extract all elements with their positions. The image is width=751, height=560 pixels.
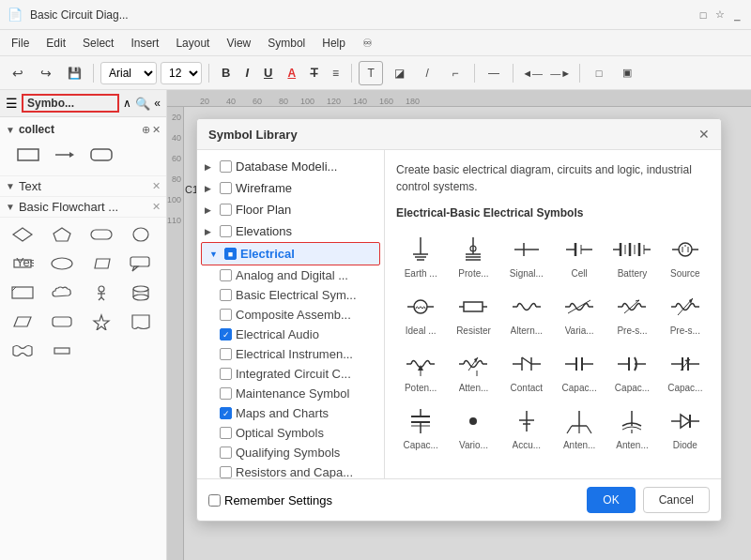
- strikethrough-button[interactable]: T̶: [305, 65, 323, 82]
- menu-layout[interactable]: Layout: [168, 34, 217, 53]
- shape-rect[interactable]: [11, 142, 45, 168]
- tree-sub-maintenance[interactable]: Maintenance Symbol: [197, 384, 384, 403]
- symbol-source[interactable]: Source: [661, 229, 710, 282]
- menu-view[interactable]: View: [219, 34, 258, 53]
- tree-item-elevations[interactable]: ▶ Elevations: [197, 220, 384, 242]
- symbol-antenna1[interactable]: Anten...: [555, 401, 604, 454]
- symbol-capacitor4[interactable]: Capac...: [396, 401, 445, 454]
- line-style-button[interactable]: —: [482, 61, 506, 85]
- collect-close-icon[interactable]: ✕: [152, 124, 161, 136]
- tree-sub-qualifying[interactable]: Qualifying Symbols: [197, 443, 384, 462]
- symbol-variometer[interactable]: Vario...: [449, 401, 498, 454]
- tree-item-floorplan[interactable]: ▶ Floor Plan: [197, 199, 384, 220]
- shape-oval[interactable]: [45, 250, 79, 277]
- shape-doc[interactable]: [124, 309, 158, 335]
- symbol-ideal[interactable]: Ideal ...: [396, 286, 445, 340]
- minimize-icon[interactable]: □: [697, 8, 710, 22]
- tree-item-wireframe[interactable]: ▶ Wireframe: [197, 177, 384, 199]
- symbol-earth[interactable]: Earth ...: [396, 229, 445, 282]
- menu-file[interactable]: File: [4, 34, 37, 53]
- menu-select[interactable]: Select: [75, 34, 121, 53]
- tree-sub-audio[interactable]: ✓ Electrical Audio: [197, 325, 384, 344]
- tree-sub-basic[interactable]: Basic Electrical Sym...: [197, 285, 384, 305]
- tree-sub-ic[interactable]: Integrated Circuit C...: [197, 364, 384, 384]
- panel-hide-icon[interactable]: «: [154, 97, 161, 110]
- shape-data[interactable]: [6, 309, 39, 335]
- tree-sub-maps[interactable]: ✓ Maps and Charts: [197, 403, 384, 423]
- ok-button[interactable]: OK: [587, 487, 635, 513]
- shape-rect-corner[interactable]: [6, 280, 39, 306]
- collect-header[interactable]: ▼ collect ⊕ ✕: [6, 121, 161, 138]
- symbol-capacitor2[interactable]: Capac...: [607, 343, 656, 397]
- shadow-button[interactable]: □: [587, 61, 611, 85]
- shape-yes-no[interactable]: Yes: [6, 250, 39, 277]
- canvas-area[interactable]: 20 40 60 80 100 120 140 160 180 20 40 60…: [167, 90, 751, 560]
- shape-star[interactable]: [84, 309, 118, 335]
- symbol-signal[interactable]: Signal...: [502, 229, 551, 282]
- bookmark-icon[interactable]: ☆: [713, 8, 727, 22]
- tree-sub-optical[interactable]: Optical Symbols: [197, 423, 384, 443]
- remember-settings-checkbox[interactable]: Remember Settings: [208, 493, 579, 507]
- symbol-contact[interactable]: Contact: [502, 343, 551, 397]
- symbol-capacitor1[interactable]: Capac...: [555, 343, 604, 397]
- shape-pentagon[interactable]: [45, 221, 79, 248]
- shape-circle[interactable]: [124, 221, 158, 248]
- menu-symbol[interactable]: Symbol: [260, 34, 313, 53]
- symbol-battery[interactable]: Battery: [607, 229, 656, 282]
- symbol-variable[interactable]: Varia...: [555, 286, 604, 340]
- symbol-preset1[interactable]: Pre-s...: [607, 286, 656, 340]
- tree-sub-composite[interactable]: Composite Assemb...: [197, 305, 384, 325]
- undo-button[interactable]: ↩: [6, 61, 30, 85]
- shape-wavy[interactable]: [6, 338, 39, 364]
- symbol-capacitor3[interactable]: Capac...: [661, 343, 710, 397]
- menu-help[interactable]: Help: [314, 34, 353, 53]
- shape-parallelogram[interactable]: [84, 250, 118, 277]
- shape-rect-round[interactable]: [84, 221, 118, 248]
- tree-sub-analog[interactable]: Analog and Digital ...: [197, 265, 384, 285]
- panel-search-icon[interactable]: 🔍: [135, 97, 150, 111]
- shape-rounded2[interactable]: [45, 309, 79, 335]
- shape-arrow[interactable]: [48, 142, 82, 168]
- pin-icon[interactable]: ⎯: [730, 8, 743, 22]
- arrow-end-button[interactable]: —►: [548, 61, 573, 85]
- symbol-attenuator[interactable]: Atten...: [449, 343, 498, 397]
- shape-callout[interactable]: [124, 250, 158, 277]
- save-button[interactable]: 💾: [62, 61, 86, 85]
- font-dropdown[interactable]: Arial: [100, 62, 157, 84]
- redo-button[interactable]: ↪: [34, 61, 58, 85]
- size-dropdown[interactable]: 12: [161, 62, 202, 84]
- symbol-protect[interactable]: Prote...: [449, 229, 498, 282]
- menu-extra[interactable]: ♾: [355, 34, 380, 53]
- tree-item-electrical[interactable]: ▼ ■ Electrical: [201, 242, 380, 265]
- symbol-alternator[interactable]: Altern...: [502, 286, 551, 340]
- menu-edit[interactable]: Edit: [38, 34, 73, 53]
- tree-sub-instruments[interactable]: Electrical Instrumen...: [197, 344, 384, 364]
- symbol-resistor[interactable]: Resister: [449, 286, 498, 340]
- shape-rounded-rect[interactable]: [84, 142, 118, 168]
- symbol-preset2[interactable]: Pre-s...: [661, 286, 710, 340]
- menu-insert[interactable]: Insert: [123, 34, 166, 53]
- font-color-button[interactable]: A: [282, 65, 301, 82]
- line-button[interactable]: /: [415, 61, 439, 85]
- dialog-close-button[interactable]: ✕: [698, 127, 710, 142]
- text-box-button[interactable]: T: [359, 61, 383, 85]
- panel-collapse-icon[interactable]: ∧: [123, 97, 131, 110]
- shape-small-rect[interactable]: [45, 338, 79, 364]
- underline-button[interactable]: U: [258, 64, 278, 82]
- remember-checkbox-input[interactable]: [208, 494, 221, 507]
- tree-sub-resistors[interactable]: Resistors and Capa...: [197, 462, 384, 478]
- symbol-cell[interactable]: Cell: [555, 229, 604, 282]
- bold-button[interactable]: B: [216, 64, 236, 82]
- shape-diamond[interactable]: [6, 221, 39, 248]
- symbol-diode[interactable]: Diode: [661, 401, 710, 454]
- flowchart-close-icon[interactable]: ✕: [152, 201, 161, 213]
- frame-button[interactable]: ▣: [615, 61, 639, 85]
- connector-button[interactable]: ⌐: [443, 61, 467, 85]
- tree-item-database[interactable]: ▶ Database Modeli...: [197, 156, 384, 177]
- cancel-button[interactable]: Cancel: [643, 487, 710, 513]
- symbol-antenna2[interactable]: Anten...: [607, 401, 656, 454]
- text-close-icon[interactable]: ✕: [152, 180, 161, 192]
- italic-button[interactable]: I: [239, 64, 254, 82]
- symbol-accumulator[interactable]: Accu...: [502, 401, 551, 454]
- arrow-start-button[interactable]: ◄—: [520, 61, 544, 85]
